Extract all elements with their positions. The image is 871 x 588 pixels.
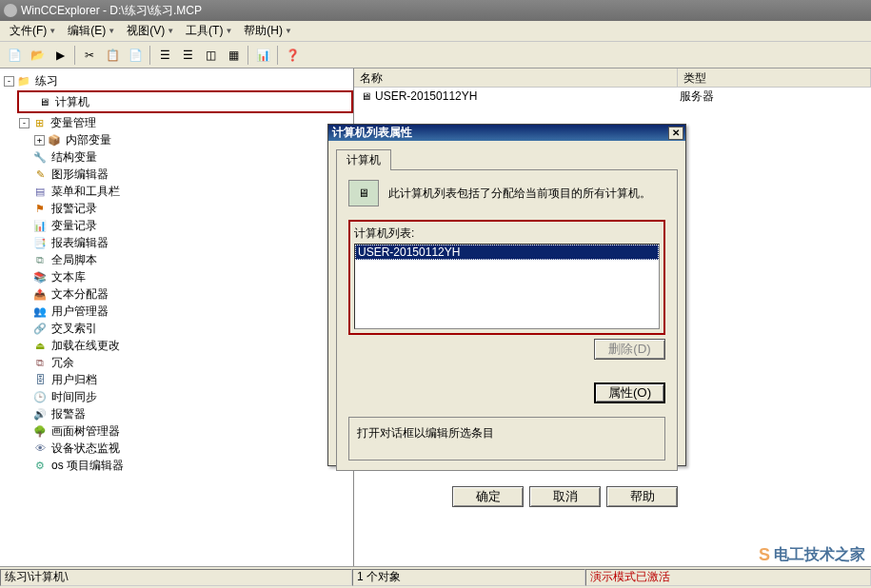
tool-help-icon[interactable]: ❓ <box>282 45 303 66</box>
menu-bar: 文件(F)▼ 编辑(E)▼ 视图(V)▼ 工具(T)▼ 帮助(H)▼ <box>0 21 871 42</box>
delete-button[interactable]: 删除(D) <box>594 339 665 360</box>
varmgmt-icon: ⊞ <box>31 116 47 129</box>
dialog-title: 计算机列表属性 <box>332 125 412 141</box>
tree-xref[interactable]: 交叉索引 <box>49 321 99 337</box>
tree-redund[interactable]: 冗余 <box>49 355 76 371</box>
tree-struct[interactable]: 结构变量 <box>49 149 99 166</box>
menu-edit[interactable]: 编辑(E)▼ <box>62 21 121 41</box>
usermgr-icon: 👥 <box>32 304 48 318</box>
status-bar: 练习\计算机\ 1 个对象 演示模式已激活 <box>0 566 871 587</box>
struct-icon: 🔧 <box>32 150 48 164</box>
menu-file[interactable]: 文件(F)▼ <box>4 21 62 41</box>
tree-userarch[interactable]: 用户归档 <box>49 372 99 388</box>
timesync-icon: 🕒 <box>32 390 48 403</box>
menutb-icon: ▤ <box>32 185 48 198</box>
col-name[interactable]: 名称 <box>354 69 678 87</box>
tree-varmgmt[interactable]: 变量管理 <box>49 115 98 131</box>
tab-computer[interactable]: 计算机 <box>336 149 391 170</box>
menu-view[interactable]: 视图(V)▼ <box>121 21 180 41</box>
info-text: 此计算机列表包括了分配给当前项目的所有计算机。 <box>388 186 651 202</box>
tool-details-icon[interactable]: ▦ <box>223 45 244 66</box>
tool-props-icon[interactable]: 📊 <box>252 45 273 66</box>
tree-menutb[interactable]: 菜单和工具栏 <box>49 184 122 200</box>
tree-computer[interactable]: 计算机 <box>53 94 91 110</box>
computer-list-box[interactable]: USER-20150112YH <box>354 244 660 329</box>
tree-textdist[interactable]: 文本分配器 <box>49 286 110 303</box>
gfx-icon: ✎ <box>32 167 48 181</box>
tool-play-icon[interactable]: ▶ <box>49 45 70 66</box>
varlog-icon: 📊 <box>32 219 48 232</box>
tree-gfx[interactable]: 图形编辑器 <box>49 167 110 183</box>
project-icon: 📁 <box>16 74 31 88</box>
watermark-logo-icon: S <box>759 545 770 565</box>
list-header: 名称 类型 <box>354 69 871 88</box>
cancel-button[interactable]: 取消 <box>529 486 601 507</box>
tree-screentree[interactable]: 画面树管理器 <box>49 423 122 440</box>
tool-paste-icon[interactable]: 📄 <box>125 45 146 66</box>
tool-cut-icon[interactable]: ✂ <box>79 45 100 66</box>
screentree-icon: 🌳 <box>32 424 48 438</box>
computer-icon: 🖥 <box>358 89 373 103</box>
col-type[interactable]: 类型 <box>678 69 871 87</box>
script-icon: ⧉ <box>32 253 48 266</box>
redund-icon: ⧉ <box>32 356 48 369</box>
tree-report[interactable]: 报表编辑器 <box>49 235 110 251</box>
loadonline-icon: ⏏ <box>32 339 48 352</box>
status-mode: 演示模式已激活 <box>585 569 871 586</box>
hint-box: 打开对话框以编辑所选条目 <box>348 417 665 461</box>
textlib-icon: 📚 <box>32 270 48 284</box>
status-count: 1 个对象 <box>352 569 585 586</box>
menu-help[interactable]: 帮助(H)▼ <box>238 21 298 41</box>
tree-timesync[interactable]: 时间同步 <box>49 389 99 405</box>
title-bar: WinCCExplorer - D:\练习\练习.MCP <box>0 0 871 21</box>
tool-new-icon[interactable]: 📄 <box>4 45 25 66</box>
tree-toggle[interactable]: + <box>34 135 45 146</box>
tree-toggle[interactable]: - <box>4 76 14 87</box>
tree-toggle[interactable]: - <box>19 118 30 128</box>
tree-devstatus[interactable]: 设备状态监视 <box>49 441 122 457</box>
tool-list2-icon[interactable]: ☰ <box>177 45 198 66</box>
watermark: S 电工技术之家 <box>759 545 865 565</box>
dialog-title-bar[interactable]: 计算机列表属性 ✕ <box>328 125 685 141</box>
toolbar: 📄 📂 ▶ ✂ 📋 📄 ☰ ☰ ◫ ▦ 📊 ❓ <box>0 42 871 69</box>
alarmlog-icon: ⚑ <box>32 202 48 215</box>
computer-list-dialog: 计算机列表属性 ✕ 计算机 🖥 此计算机列表包括了分配给当前项目的所有计算机。 … <box>327 124 686 466</box>
tree-script[interactable]: 全局脚本 <box>49 252 99 268</box>
tool-list-icon[interactable]: ☰ <box>154 45 175 66</box>
horn-icon: 🔊 <box>32 407 48 421</box>
tree-root[interactable]: 练习 <box>33 73 60 89</box>
watermark-text: 电工技术之家 <box>774 545 865 565</box>
help-button[interactable]: 帮助 <box>606 486 678 507</box>
app-icon <box>4 4 17 17</box>
title-text: WinCCExplorer - D:\练习\练习.MCP <box>21 3 202 19</box>
properties-button[interactable]: 属性(O) <box>594 382 665 403</box>
close-icon[interactable]: ✕ <box>668 127 683 140</box>
status-path: 练习\计算机\ <box>0 569 352 586</box>
tool-copy-icon[interactable]: 📋 <box>102 45 123 66</box>
tree-oseditor[interactable]: os 项目编辑器 <box>49 458 126 474</box>
userarch-icon: 🗄 <box>32 373 48 386</box>
internal-icon: 📦 <box>47 133 62 147</box>
tree-usermgr[interactable]: 用户管理器 <box>49 304 110 320</box>
tree-alarmlog[interactable]: 报警记录 <box>49 201 99 217</box>
xref-icon: 🔗 <box>32 322 48 335</box>
oseditor-icon: ⚙ <box>32 459 48 472</box>
list-row-name: USER-20150112YH <box>375 89 680 103</box>
tree-loadonline[interactable]: 加载在线更改 <box>49 338 122 354</box>
list-item[interactable]: USER-20150112YH <box>355 245 659 260</box>
ok-button[interactable]: 确定 <box>452 486 524 507</box>
list-row-type: 服务器 <box>680 88 714 105</box>
tool-icons-icon[interactable]: ◫ <box>200 45 221 66</box>
list-row[interactable]: 🖥 USER-20150112YH 服务器 <box>354 88 871 105</box>
tool-open-icon[interactable]: 📂 <box>27 45 48 66</box>
tree-varlog[interactable]: 变量记录 <box>49 218 99 234</box>
tree-horn[interactable]: 报警器 <box>49 406 88 422</box>
tree-internal[interactable]: 内部变量 <box>64 132 113 148</box>
report-icon: 📑 <box>32 236 48 249</box>
tree-view[interactable]: -📁练习 🖥计算机 -⊞变量管理 +📦内部变量 🔧结构变量 ✎图形编辑器 ▤菜单… <box>0 69 354 566</box>
menu-tools[interactable]: 工具(T)▼ <box>180 21 238 41</box>
devstatus-icon: 👁 <box>32 441 48 455</box>
list-label: 计算机列表: <box>354 225 660 242</box>
tree-textlib[interactable]: 文本库 <box>49 269 88 285</box>
textdist-icon: 📤 <box>32 287 48 301</box>
